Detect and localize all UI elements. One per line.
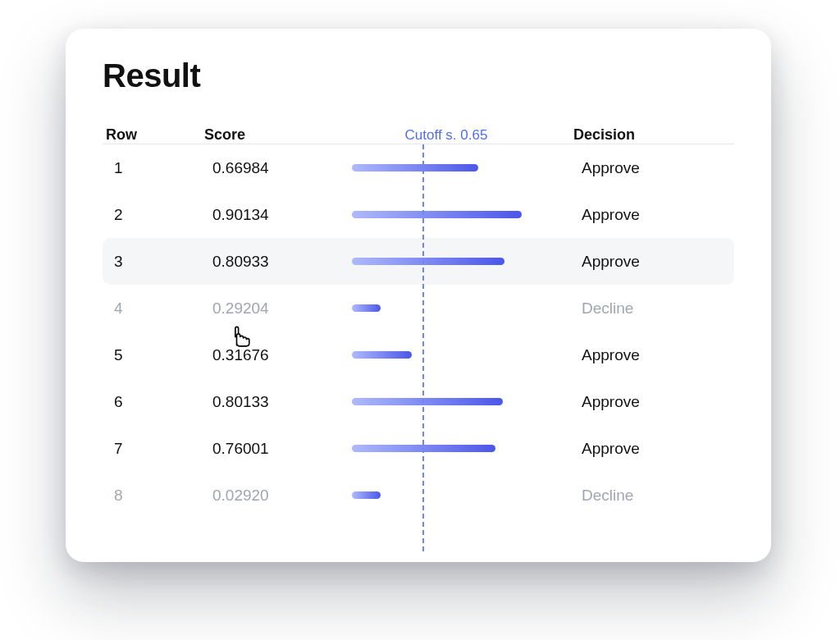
cell-row-number: 3 <box>103 253 212 271</box>
cell-decision: Approve <box>557 393 734 411</box>
cell-score: 0.80133 <box>212 393 352 411</box>
cell-decision: Approve <box>557 253 734 271</box>
cell-row-number: 6 <box>103 393 212 411</box>
cell-score: 0.29204 <box>212 299 352 318</box>
cell-score-bar <box>352 491 557 499</box>
score-bar <box>352 398 503 405</box>
table-row[interactable]: 40.29204Decline <box>103 285 734 331</box>
result-card: Result Row Score Cutoff s. 0.65 Decision… <box>66 29 771 562</box>
cell-score: 0.02920 <box>212 487 352 505</box>
page-title: Result <box>103 57 734 94</box>
cell-decision: Approve <box>557 159 734 177</box>
table-body: 10.66984Approve20.90134Approve30.80933Ap… <box>103 144 734 519</box>
cell-row-number: 5 <box>103 346 212 364</box>
cell-score-bar <box>352 351 557 359</box>
cell-score: 0.80933 <box>212 253 352 271</box>
score-bar <box>352 211 522 218</box>
header-score: Score <box>204 126 344 144</box>
cell-decision: Approve <box>557 440 734 458</box>
score-bar <box>352 258 504 265</box>
table-row[interactable]: 50.31676Approve <box>103 331 734 378</box>
score-bar <box>352 351 412 359</box>
result-grid: Row Score Cutoff s. 0.65 Decision 10.669… <box>103 114 734 519</box>
cell-score-bar <box>352 211 557 218</box>
score-bar <box>352 164 478 171</box>
cell-score-bar <box>352 304 557 312</box>
cell-score-bar <box>352 398 557 405</box>
cell-decision: Approve <box>557 206 734 224</box>
cell-row-number: 7 <box>103 440 212 458</box>
cell-score: 0.76001 <box>212 440 352 458</box>
table-header: Row Score Cutoff s. 0.65 Decision <box>103 114 734 144</box>
cell-score: 0.90134 <box>212 206 352 224</box>
score-bar <box>352 491 381 499</box>
table-row[interactable]: 80.02920Decline <box>103 472 734 519</box>
cell-row-number: 2 <box>103 206 212 224</box>
header-cutoff: Cutoff s. 0.65 <box>344 127 549 144</box>
cell-decision: Approve <box>557 346 734 364</box>
table-row[interactable]: 10.66984Approve <box>103 144 734 191</box>
table-row[interactable]: 20.90134Approve <box>103 191 734 238</box>
cell-row-number: 8 <box>103 487 212 505</box>
cell-row-number: 1 <box>103 159 212 177</box>
cell-decision: Decline <box>557 487 734 505</box>
table-row[interactable]: 60.80133Approve <box>103 378 734 425</box>
score-bar <box>352 445 495 452</box>
cell-decision: Decline <box>557 299 734 318</box>
cell-row-number: 4 <box>103 299 212 318</box>
cell-score-bar <box>352 258 557 265</box>
cell-score-bar <box>352 445 557 452</box>
header-decision: Decision <box>549 126 734 144</box>
cell-score-bar <box>352 164 557 171</box>
table-row[interactable]: 30.80933Approve <box>103 238 734 285</box>
header-row: Row <box>103 126 204 144</box>
cell-score: 0.66984 <box>212 159 352 177</box>
cell-score: 0.31676 <box>212 346 352 364</box>
table-row[interactable]: 70.76001Approve <box>103 425 734 472</box>
score-bar <box>352 304 381 312</box>
